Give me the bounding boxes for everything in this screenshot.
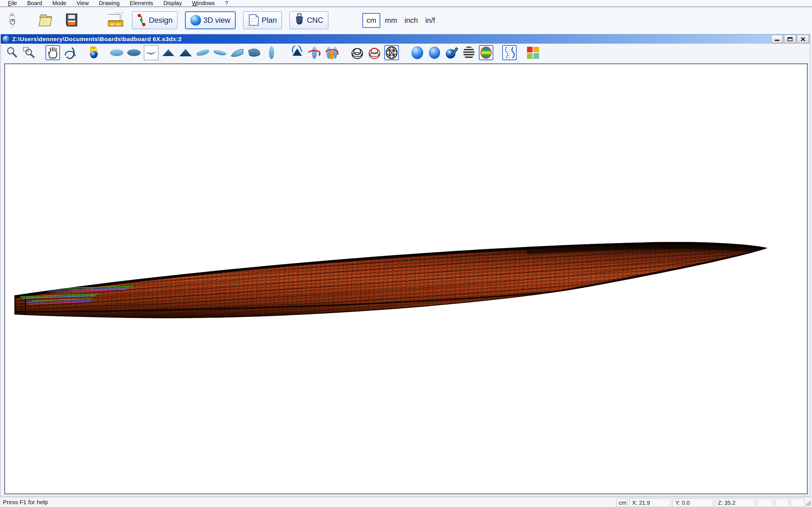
menu-item-board[interactable]: Board (23, 0, 46, 6)
light-icon[interactable] (86, 45, 101, 60)
cnc-mode-button[interactable]: CNC (289, 11, 328, 29)
main-toolbar: Design 3D view Plan CNC cm mm (0, 7, 812, 34)
menu-item-display[interactable]: Display (159, 0, 186, 6)
plan-mode-button[interactable]: Plan (243, 11, 282, 29)
top-view-icon[interactable] (109, 45, 124, 60)
3d-view-button-label: 3D view (203, 16, 231, 25)
new-board-icon[interactable] (3, 11, 21, 29)
wireframe-red-icon[interactable] (367, 45, 382, 60)
menu-item-drawing[interactable]: Drawing (95, 0, 123, 6)
wireframe-icon[interactable] (350, 45, 364, 60)
colormap-render-icon[interactable] (479, 45, 493, 60)
three-quarter-tail-icon[interactable] (247, 45, 262, 60)
cnc-button-label: CNC (307, 16, 323, 25)
status-unit: cm (616, 499, 627, 507)
design-icon (137, 14, 147, 27)
3d-view-icon (190, 15, 201, 25)
mesh-render-icon[interactable] (384, 45, 399, 60)
cnc-icon (294, 13, 305, 27)
minimize-icon (775, 38, 779, 41)
plan-icon (248, 13, 259, 27)
menu-item-view[interactable]: View (73, 0, 93, 6)
status-z-coordinate: Z: 35.2 (715, 499, 755, 507)
zoom-icon[interactable] (5, 45, 19, 60)
board-3d-render[interactable] (5, 64, 807, 494)
side-view-icon[interactable] (264, 45, 279, 60)
design-mode-button[interactable]: Design (132, 11, 177, 29)
spin-vertical-icon[interactable] (324, 45, 339, 60)
resize-grip[interactable] (804, 499, 811, 506)
units-group: cm mm inch in/f (362, 13, 438, 28)
measurements-icon[interactable] (107, 11, 124, 29)
rotate-3d-icon[interactable] (63, 45, 77, 60)
auto-rotate-icon[interactable] (290, 45, 305, 60)
3d-viewport[interactable] (4, 63, 808, 494)
status-empty-panel (775, 499, 789, 507)
close-icon: × (801, 36, 806, 42)
deck-curve-view-icon[interactable] (144, 45, 158, 60)
smooth-render-icon[interactable] (427, 45, 442, 60)
menu-item-mode[interactable]: Mode (49, 0, 70, 6)
menu-item-file[interactable]: File (4, 0, 21, 6)
status-x-coordinate: X: 21.9 (629, 499, 671, 507)
pan-hand-icon[interactable] (45, 45, 60, 60)
menu-item-elements[interactable]: Elements (126, 0, 157, 6)
design-button-label: Design (149, 16, 172, 25)
3d-view-mode-button[interactable]: 3D view (185, 11, 236, 29)
document-title: Z:\Users\dennery\Documents\Boards\badboa… (12, 36, 182, 43)
unit-cm[interactable]: cm (362, 13, 380, 28)
menu-item-help[interactable]: ? (221, 0, 232, 6)
three-quarter-nose-icon[interactable] (230, 45, 245, 60)
layers-render-icon[interactable] (462, 45, 476, 60)
unit-mm[interactable]: mm (382, 14, 400, 27)
status-empty-panel (791, 499, 805, 507)
maximize-button[interactable] (784, 35, 796, 43)
document-window: Z:\Users\dennery\Documents\Boards\badboa… (1, 34, 810, 496)
menu-bar: File Board Mode View Drawing Elements Di… (0, 0, 812, 7)
shaded-render-icon[interactable] (410, 45, 424, 60)
maximize-icon (788, 37, 793, 41)
view-toolbar (1, 44, 810, 62)
document-window-icon (3, 36, 10, 43)
perspective-bottom-icon[interactable] (213, 45, 227, 60)
status-message: Press F1 for help (3, 499, 48, 506)
nose-view-icon[interactable] (161, 45, 175, 60)
status-bar: Press F1 for help cm X: 21.9 Y: 0.0 Z: 3… (0, 497, 812, 507)
document-titlebar[interactable]: Z:\Users\dennery\Documents\Boards\badboa… (1, 34, 810, 44)
zoom-window-icon[interactable] (22, 45, 37, 60)
save-icon[interactable] (63, 11, 80, 29)
unit-inf[interactable]: in/f (422, 14, 438, 27)
close-button[interactable]: × (797, 35, 809, 43)
paint-render-icon[interactable] (444, 45, 459, 60)
menu-item-windows[interactable]: Windows (188, 0, 219, 6)
color-palette-icon[interactable] (525, 45, 540, 60)
tail-view-icon[interactable] (178, 45, 193, 60)
plan-button-label: Plan (262, 16, 277, 25)
status-empty-panel (757, 499, 773, 507)
perspective-top-icon[interactable] (195, 45, 210, 60)
minimize-button[interactable] (771, 35, 783, 43)
open-file-icon[interactable] (37, 11, 54, 29)
unit-inch[interactable]: inch (402, 14, 421, 27)
flow-lines-icon[interactable] (502, 45, 517, 60)
bottom-view-icon[interactable] (126, 45, 141, 60)
spin-horizontal-icon[interactable] (307, 45, 322, 60)
status-y-coordinate: Y: 0.0 (673, 499, 713, 507)
